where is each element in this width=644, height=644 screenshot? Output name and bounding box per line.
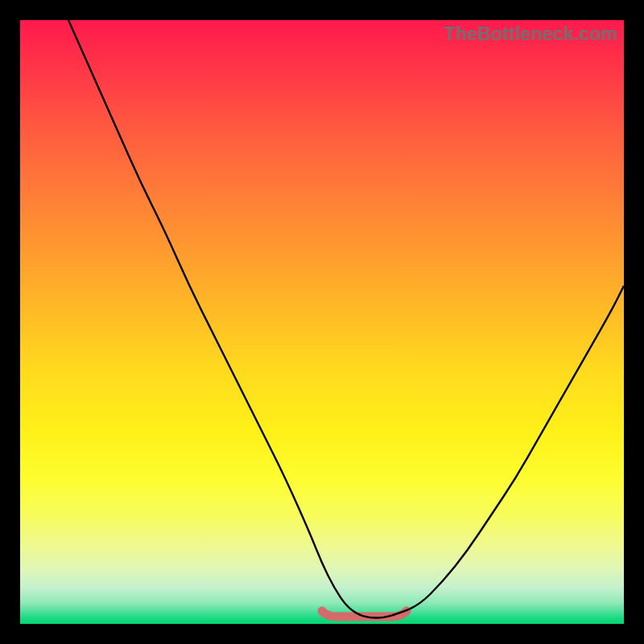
chart-frame: TheBottleneck.com xyxy=(0,0,644,644)
chart-svg xyxy=(20,20,624,624)
plot-area: TheBottleneck.com xyxy=(20,20,624,624)
bottleneck-curve xyxy=(68,20,624,618)
